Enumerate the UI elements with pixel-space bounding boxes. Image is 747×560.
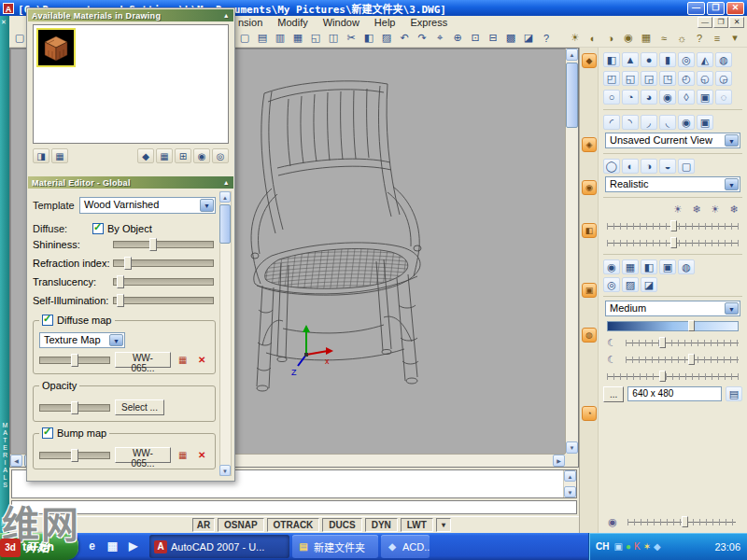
dashboard-tool-button[interactable]: ◴ xyxy=(678,71,695,86)
quicklaunch-icon[interactable]: e xyxy=(84,538,100,554)
self-illumination-slider[interactable] xyxy=(113,297,214,304)
document-window-button[interactable]: — xyxy=(698,17,712,28)
collapse-icon[interactable]: ▲ xyxy=(223,12,230,19)
diffuse-map-file-button[interactable]: WW-065... xyxy=(115,352,171,368)
dashboard-tool-button[interactable]: ▲ xyxy=(622,52,639,67)
editor-scrollbar[interactable]: ▲ ▼ xyxy=(219,191,232,476)
opacity-select-button[interactable]: Select ... xyxy=(115,399,164,415)
palette-tool-button[interactable]: ▦ xyxy=(156,148,173,163)
toolbar-button[interactable]: ◱ xyxy=(307,30,324,46)
scroll-up-button[interactable]: ▲ xyxy=(566,49,578,61)
toolbar-button[interactable]: ▨ xyxy=(378,30,395,46)
toolbar-button[interactable]: ? xyxy=(691,30,708,46)
toolbar-button[interactable]: ↶ xyxy=(396,30,413,46)
template-combobox[interactable]: Wood Varnished ▼ xyxy=(79,197,216,214)
menu-item[interactable]: Help xyxy=(374,17,396,28)
render-quality-slider[interactable] xyxy=(607,321,739,331)
delete-map-icon[interactable]: ✕ xyxy=(194,354,209,367)
slider-thumb[interactable] xyxy=(688,354,695,365)
palette-tool-button[interactable]: ◎ xyxy=(212,148,229,163)
command-scrollbar[interactable]: ▲ ▼ xyxy=(563,470,576,497)
opacity-slider[interactable] xyxy=(39,404,110,412)
dashboard-tool-button[interactable]: ◲ xyxy=(641,71,657,86)
dashboard-tool-button[interactable]: ◞ xyxy=(641,115,657,130)
palette-tool-button[interactable]: ▦ xyxy=(51,148,68,163)
toolbar-button[interactable]: ◧ xyxy=(360,30,377,46)
document-window-button[interactable]: ❐ xyxy=(713,17,728,28)
quicklaunch-icon[interactable]: ▶ xyxy=(125,538,141,554)
language-indicator[interactable]: CH xyxy=(596,541,609,552)
bump-map-file-button[interactable]: WW-065... xyxy=(115,447,171,463)
toolbar-button[interactable]: ▩ xyxy=(502,30,519,46)
palette-tool-button[interactable]: ◉ xyxy=(193,148,210,163)
bump-map-checkbox[interactable]: ✓ xyxy=(42,427,53,439)
panel-launcher-button[interactable]: ◆ xyxy=(582,53,597,68)
slider-thumb[interactable] xyxy=(117,275,124,288)
dashboard-tool-button[interactable]: ◰ xyxy=(603,71,620,86)
dashboard-tool-button[interactable]: ◝ xyxy=(622,115,639,130)
map-type-combobox[interactable]: Texture Map ▼ xyxy=(39,332,125,348)
status-toggle-button[interactable]: DYN xyxy=(365,518,398,532)
tray-icon[interactable]: ✶ xyxy=(643,541,651,552)
toolbar-button[interactable]: ▢ xyxy=(236,30,253,46)
panel-launcher-button[interactable]: ◈ xyxy=(582,137,597,152)
dashboard-tool-button[interactable]: ◳ xyxy=(659,71,676,86)
dashboard-tool-button[interactable]: ◜ xyxy=(603,115,620,130)
dashboard-tool-button[interactable]: ◒ xyxy=(659,159,676,174)
toolbar-button[interactable]: ◑ xyxy=(602,30,619,46)
palette-tool-button[interactable]: ◨ xyxy=(33,148,49,163)
dashboard-tool-button[interactable]: ◍ xyxy=(678,259,695,274)
toolbar-button[interactable]: ▤ xyxy=(254,30,271,46)
dashboard-tool-button[interactable]: ◭ xyxy=(697,52,713,67)
slider-thumb[interactable] xyxy=(71,354,78,367)
dashboard-tool-button[interactable]: ◐ xyxy=(622,159,639,174)
scroll-left-button[interactable]: ◀ xyxy=(10,455,22,467)
dashboard-tool-button[interactable]: ▣ xyxy=(697,90,713,105)
menu-item[interactable]: Modify xyxy=(277,17,307,28)
view-combobox[interactable]: Unsaved Current View ▼ xyxy=(605,133,740,148)
dashboard-tool-button[interactable]: ▣ xyxy=(697,115,713,130)
palette-header[interactable]: Available Materials in Drawing ▲ xyxy=(28,9,233,21)
panel-launcher-button[interactable]: ▣ xyxy=(582,283,597,298)
diffuse-map-checkbox[interactable]: ✓ xyxy=(42,315,53,326)
scroll-down-button[interactable]: ▼ xyxy=(566,441,578,454)
toolbar-button[interactable]: ◐ xyxy=(585,30,601,46)
toolbar-button[interactable]: ▥ xyxy=(272,30,289,46)
delete-map-icon[interactable]: ✕ xyxy=(194,449,209,462)
menu-item[interactable]: nsion xyxy=(238,17,262,28)
dashboard-tool-button[interactable]: ◎ xyxy=(603,277,620,292)
exposure-slider[interactable] xyxy=(624,336,740,349)
dashboard-tool-button[interactable]: ◉ xyxy=(603,259,620,274)
palette-tool-button[interactable]: ◆ xyxy=(137,148,154,163)
render-resolution-field[interactable]: 640 x 480 xyxy=(627,386,722,401)
toolbar-button[interactable]: ☀ xyxy=(567,30,584,46)
dashboard-tool-button[interactable]: ◉ xyxy=(659,90,676,105)
dashboard-tool-button[interactable]: ◑ xyxy=(641,159,657,174)
refraction-slider[interactable] xyxy=(113,259,214,267)
panel-launcher-button[interactable]: ◉ xyxy=(582,180,597,195)
toolbar-button[interactable]: ≡ xyxy=(709,30,726,46)
dashboard-tool-button[interactable]: ▦ xyxy=(622,259,639,274)
dashboard-tool-button[interactable]: ◧ xyxy=(603,52,620,67)
chevron-down-icon[interactable]: ▼ xyxy=(725,178,739,190)
slider-thumb[interactable] xyxy=(688,320,695,331)
tray-icon[interactable]: ▣ xyxy=(613,541,622,552)
tray-icon[interactable]: K xyxy=(634,541,641,552)
dashboard-tool-button[interactable]: ◍ xyxy=(715,52,732,67)
dashboard-bottom-slider[interactable] xyxy=(626,515,738,528)
dashboard-tool-button[interactable]: ◧ xyxy=(641,259,657,274)
menu-item[interactable]: Window xyxy=(323,17,359,28)
toolbar-button[interactable]: ▾ xyxy=(726,30,743,46)
status-toggle-button[interactable]: LWT xyxy=(401,518,433,532)
toolbar-button[interactable]: ☼ xyxy=(673,30,690,46)
dashboard-tool-button[interactable]: ◶ xyxy=(715,71,732,86)
maximize-button[interactable]: ❐ xyxy=(707,2,725,15)
dashboard-tool-button[interactable]: ◪ xyxy=(641,277,657,292)
light-tool-button[interactable]: ❄ xyxy=(688,202,705,217)
editor-scroll-thumb[interactable] xyxy=(219,204,231,244)
chevron-down-icon[interactable]: ▼ xyxy=(725,302,739,315)
dashboard-tool-button[interactable]: ▣ xyxy=(659,259,676,274)
toolbar-button[interactable]: ✂ xyxy=(343,30,359,46)
toolbar-button[interactable]: ▦ xyxy=(289,30,306,46)
status-toggle-button[interactable]: DUCS xyxy=(322,518,361,532)
